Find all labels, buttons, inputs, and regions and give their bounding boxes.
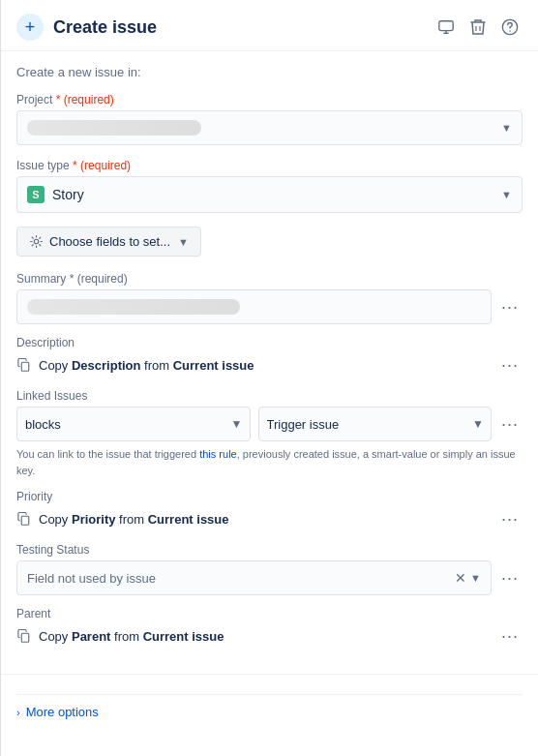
svg-rect-0 — [439, 21, 453, 31]
monitor-icon — [437, 18, 455, 36]
more-options-label: More options — [26, 705, 99, 719]
summary-more-button[interactable]: ··· — [497, 295, 523, 319]
linked-target-wrap: Trigger issue Current issue Smart value … — [258, 407, 493, 441]
svg-point-6 — [509, 30, 510, 31]
parent-copy-text: Copy Parent from Current issue — [39, 629, 492, 644]
summary-value-blurred — [27, 299, 240, 315]
linked-issues-inputs: blocks is blocked by clones duplicates r… — [16, 407, 492, 441]
help-icon — [501, 18, 519, 36]
summary-label: Summary * (required) — [16, 272, 523, 286]
testing-status-select[interactable]: Field not used by issue ✕ ▼ — [16, 560, 492, 595]
summary-row: ··· — [16, 289, 523, 324]
description-copy-action: Copy Description from Current issue — [16, 357, 492, 375]
gear-icon — [29, 234, 44, 249]
story-icon: S — [27, 186, 45, 203]
svg-point-7 — [34, 239, 39, 244]
summary-input-wrap — [16, 289, 492, 324]
issue-type-field-group: Issue type * (required) S Story ▼ — [16, 159, 523, 213]
panel-body: Create a new issue in: Project * (requir… — [1, 51, 538, 674]
project-dropdown-arrow: ▼ — [501, 122, 512, 134]
project-select[interactable]: ▼ — [16, 110, 523, 145]
panel-title: Create issue — [53, 17, 157, 38]
help-button[interactable] — [497, 15, 523, 40]
issue-type-arrow: ▼ — [501, 189, 512, 200]
subtitle-text: Create a new issue in: — [16, 65, 523, 79]
summary-input[interactable] — [16, 289, 492, 324]
testing-status-label: Testing Status — [16, 543, 523, 557]
description-label: Description — [16, 336, 523, 349]
clear-icon[interactable]: ✕ — [455, 570, 466, 586]
parent-copy-row: Copy Parent from Current issue ··· — [16, 624, 523, 649]
description-copy-row: Copy Description from Current issue ··· — [16, 353, 523, 378]
description-field-group: Description Copy Description from Curren… — [16, 336, 523, 378]
copy-svg-description — [16, 357, 31, 372]
description-copy-text: Copy Description from Current issue — [39, 358, 492, 373]
header-left: + Create issue — [16, 14, 157, 41]
copy-svg-parent — [16, 628, 31, 643]
description-more-button[interactable]: ··· — [497, 353, 523, 378]
create-issue-panel: + Create issue — [0, 0, 538, 756]
linked-issues-more-button[interactable]: ··· — [497, 412, 523, 437]
choose-fields-label: Choose fields to set... — [49, 234, 170, 249]
priority-field-group: Priority Copy Priority from Current issu… — [16, 490, 523, 531]
testing-status-field-group: Testing Status Field not used by issue ✕… — [16, 543, 523, 595]
parent-copy-action: Copy Parent from Current issue — [16, 628, 492, 646]
hint-link[interactable]: this rule — [199, 448, 237, 460]
testing-status-value: Field not used by issue — [27, 571, 156, 586]
testing-status-icons: ✕ ▼ — [455, 570, 481, 586]
project-value-blurred — [27, 120, 201, 136]
project-label: Project * (required) — [16, 93, 523, 106]
copy-icon-parent — [16, 628, 31, 646]
linked-target-select[interactable]: Trigger issue Current issue Smart value — [258, 407, 493, 441]
copy-icon-description — [16, 357, 31, 375]
choose-fields-arrow: ▼ — [178, 236, 189, 248]
priority-copy-text: Copy Priority from Current issue — [39, 512, 492, 527]
linked-issues-hint: You can link to the issue that triggered… — [16, 446, 523, 478]
project-field-group: Project * (required) ▼ — [16, 93, 523, 145]
parent-field-group: Parent Copy Parent from Current issue ··… — [16, 607, 523, 649]
trash-icon — [470, 18, 486, 36]
summary-field-group: Summary * (required) ··· — [16, 272, 523, 324]
more-options-chevron: › — [16, 707, 20, 718]
linked-relation-select[interactable]: blocks is blocked by clones duplicates r… — [16, 407, 251, 441]
parent-more-button[interactable]: ··· — [497, 624, 523, 649]
parent-label: Parent — [16, 607, 523, 620]
testing-status-more-button[interactable]: ··· — [497, 566, 523, 590]
priority-label: Priority — [16, 490, 523, 503]
priority-copy-row: Copy Priority from Current issue ··· — [16, 507, 523, 531]
priority-copy-action: Copy Priority from Current issue — [16, 511, 492, 529]
svg-rect-9 — [21, 516, 29, 525]
choose-fields-button[interactable]: Choose fields to set... ▼ — [16, 227, 201, 257]
linked-issues-field-group: Linked Issues blocks is blocked by clone… — [16, 389, 523, 478]
testing-status-row: Field not used by issue ✕ ▼ ··· — [16, 560, 523, 595]
footer-divider — [16, 694, 523, 695]
issue-type-select[interactable]: S Story ▼ — [16, 176, 523, 213]
panel-footer: › More options — [1, 674, 538, 733]
linked-issues-label: Linked Issues — [16, 389, 523, 403]
panel-header: + Create issue — [1, 0, 538, 51]
testing-status-arrow: ▼ — [470, 572, 481, 584]
copy-svg-priority — [16, 511, 31, 526]
linked-relation-wrap: blocks is blocked by clones duplicates r… — [16, 407, 251, 441]
copy-icon-priority — [16, 511, 31, 529]
linked-issues-row: blocks is blocked by clones duplicates r… — [16, 407, 523, 441]
issue-type-value: Story — [52, 187, 501, 202]
issue-type-label: Issue type * (required) — [16, 159, 523, 172]
header-actions — [433, 15, 523, 40]
priority-more-button[interactable]: ··· — [497, 507, 523, 531]
delete-button[interactable] — [466, 15, 490, 40]
more-options-button[interactable]: › More options — [16, 705, 99, 719]
svg-rect-8 — [21, 362, 29, 371]
monitor-button[interactable] — [433, 15, 459, 40]
plus-icon: + — [16, 14, 44, 41]
svg-rect-10 — [21, 633, 29, 642]
